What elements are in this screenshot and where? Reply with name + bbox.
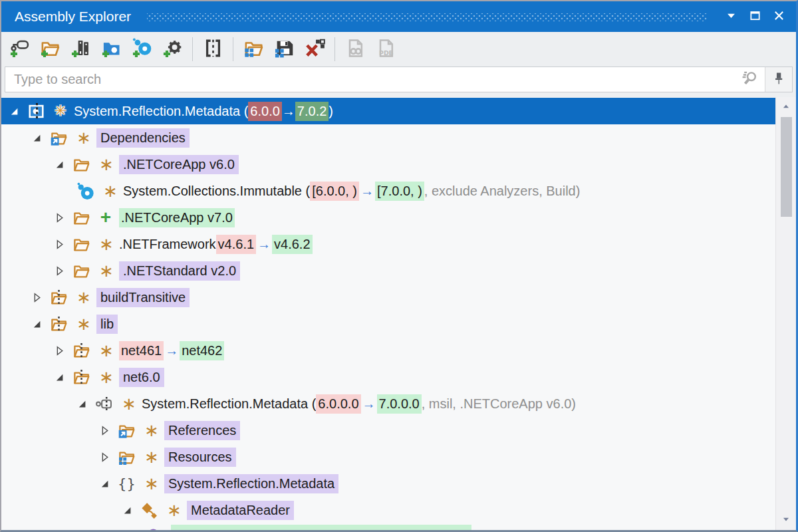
tree-row[interactable]: ∗System.Reflection.Metadata (6.0.0.0→7.0… (1, 390, 775, 417)
tree-row[interactable] (1, 523, 775, 530)
expander-collapsed-icon[interactable] (99, 425, 110, 436)
label-segment: net461 (119, 341, 164, 360)
changed-marker-icon: ∗ (99, 158, 112, 171)
drag-handle-dots[interactable] (147, 13, 707, 21)
generate-pdb-icon: PDB (376, 38, 396, 61)
tree-row[interactable]: ∗lib (1, 311, 775, 337)
deps-folder-icon (118, 422, 136, 440)
label-segment: 6.0.0.0 (316, 394, 360, 414)
label-segment: 7.0.2 (295, 102, 329, 121)
save-button[interactable] (269, 35, 299, 64)
label-segment: net6.0 (119, 368, 164, 387)
open-in-visual-studio-icon (345, 38, 366, 61)
remove-icon (305, 38, 325, 61)
label-segment: [7.0.0, ) (375, 182, 424, 201)
close-icon (773, 9, 785, 25)
resources-folder-icon (118, 448, 136, 466)
tree-row[interactable]: ∗MetadataReader (1, 497, 775, 523)
maximize-button[interactable] (743, 5, 767, 28)
tree-row[interactable]: ∗.NETFramework v4.6.1→v4.6.2 (1, 231, 775, 257)
tree-row[interactable]: ∗Resources (1, 444, 775, 470)
svg-text:PDB: PDB (379, 49, 394, 56)
tree-row[interactable]: +.NETCoreApp v7.0 (1, 204, 775, 231)
tree-row[interactable]: ∗net461→net462 (1, 337, 775, 364)
window-menu-button[interactable] (719, 5, 743, 28)
expander-collapsed-icon[interactable] (54, 212, 65, 223)
tree-row[interactable]: ✳System.Reflection.Metadata (6.0.0→7.0.2… (1, 98, 775, 124)
generate-pdb-button: PDB (370, 35, 401, 64)
expander-expanded-icon[interactable] (99, 478, 110, 489)
class-icon (140, 501, 158, 519)
label-segment: → (256, 235, 272, 253)
label-segment (171, 525, 471, 530)
titlebar[interactable]: Assembly Explorer (1, 1, 796, 32)
remove-button[interactable] (299, 35, 330, 64)
add-nuget-package-button[interactable] (126, 35, 157, 64)
add-folder-button[interactable] (35, 35, 65, 64)
label-segment: → (282, 102, 295, 120)
search-options-button[interactable] (734, 67, 765, 92)
tree-row[interactable]: ∗System.Collections.Immutable ([6.0.0, )… (1, 178, 775, 204)
search-icon (741, 70, 758, 90)
label-segment: .NETCoreApp v7.0 (119, 208, 235, 227)
diff-folder-icon (72, 342, 90, 360)
label-segment: , exclude Analyzers, Build) (424, 182, 581, 200)
expander-collapsed-icon[interactable] (54, 265, 65, 277)
label-segment: 6.0.0 (248, 102, 281, 121)
pin-button[interactable] (765, 67, 792, 92)
tree-row[interactable]: ∗Dependencies (1, 124, 775, 151)
scrollbar-thumb[interactable] (781, 117, 792, 217)
expander-expanded-icon[interactable] (76, 398, 88, 410)
expander-collapsed-icon[interactable] (31, 292, 43, 303)
tree-row[interactable]: ∗net6.0 (1, 364, 775, 390)
expander-collapsed-icon[interactable] (54, 345, 65, 356)
changed-marker-icon: ∗ (76, 317, 90, 331)
vertical-scrollbar[interactable] (775, 97, 796, 530)
open-in-visual-studio-button (340, 35, 370, 64)
expander-collapsed-icon[interactable] (54, 239, 65, 250)
asm-diff-icon (95, 395, 113, 413)
tree-row[interactable]: ∗buildTransitive (1, 284, 775, 311)
export-to-project-icon (243, 38, 264, 61)
add-assembly-button[interactable] (4, 35, 35, 64)
label-segment: → (164, 342, 180, 360)
tree-row[interactable]: {}∗System.Reflection.Metadata (1, 470, 775, 497)
changed-marker-icon: ∗ (99, 264, 112, 277)
tree-row[interactable]: ∗.NETStandard v2.0 (1, 257, 775, 284)
search-input[interactable] (5, 67, 734, 92)
namespace-icon: {} (118, 475, 136, 493)
maximize-icon (749, 9, 761, 25)
export-to-project-button[interactable] (238, 35, 269, 64)
label-segment: , msil, .NETCoreApp v6.0) (422, 395, 576, 413)
tree-row[interactable]: ∗.NETCoreApp v6.0 (1, 151, 775, 178)
label-segment: System.Reflection.Metadata ( (74, 102, 248, 120)
label-segment: [6.0.0, ) (310, 182, 359, 201)
tree-row[interactable]: ∗References (1, 417, 775, 444)
diff-folder-icon (50, 289, 68, 307)
add-folder-explore-button[interactable] (96, 35, 126, 64)
changed-marker-icon: ∗ (103, 184, 116, 198)
expander-expanded-icon[interactable] (9, 106, 20, 117)
changed-marker-icon: ∗ (144, 450, 158, 464)
search-row (1, 66, 796, 97)
add-from-gac-icon (70, 38, 91, 61)
label-segment: buildTransitive (96, 288, 190, 307)
expander-collapsed-icon[interactable] (99, 452, 110, 463)
expander-expanded-icon[interactable] (122, 505, 133, 516)
diff-folder-icon (72, 368, 90, 386)
expander-expanded-icon[interactable] (54, 372, 65, 383)
close-button[interactable] (767, 5, 791, 28)
add-process-button[interactable] (157, 35, 188, 64)
expander-expanded-icon[interactable] (31, 132, 43, 144)
changed-marker-icon: ∗ (76, 291, 90, 304)
compare-assemblies-button[interactable] (198, 35, 228, 64)
folder-icon (72, 235, 90, 253)
assembly-tree: ✳System.Reflection.Metadata (6.0.0→7.0.2… (1, 97, 775, 530)
folder-icon (72, 209, 90, 227)
search-box[interactable] (5, 66, 793, 92)
scroll-down-button[interactable] (776, 510, 796, 530)
expander-expanded-icon[interactable] (54, 159, 65, 170)
add-from-gac-button[interactable] (65, 35, 96, 64)
scroll-up-button[interactable] (776, 97, 796, 117)
expander-expanded-icon[interactable] (31, 319, 43, 330)
